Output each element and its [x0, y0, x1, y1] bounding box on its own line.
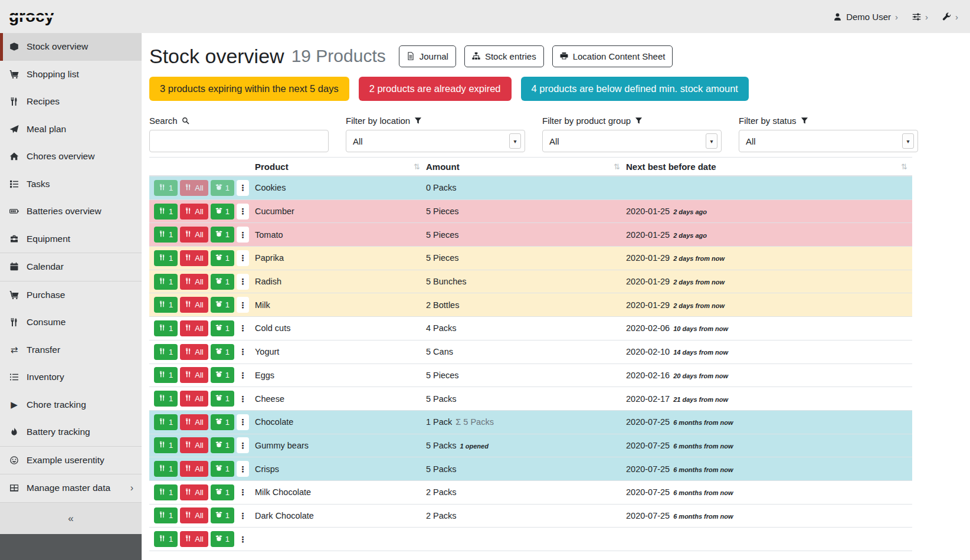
- consume-all-button[interactable]: All: [180, 204, 208, 220]
- product-column-header[interactable]: Product ⇅: [254, 158, 425, 175]
- sidebar-item-batteries-overview[interactable]: Batteries overview: [0, 198, 142, 225]
- open-one-button[interactable]: 1: [211, 227, 234, 243]
- consume-all-button[interactable]: All: [180, 391, 208, 407]
- consume-one-button[interactable]: 1: [154, 507, 178, 523]
- sidebar-item-purchase[interactable]: Purchase: [0, 281, 142, 309]
- consume-all-button[interactable]: All: [180, 414, 208, 430]
- row-menu-button[interactable]: ⋮: [237, 320, 249, 336]
- sort-icon[interactable]: ⇅: [901, 162, 907, 171]
- row-menu-button[interactable]: ⋮: [237, 227, 249, 243]
- consume-all-button[interactable]: All: [180, 250, 208, 266]
- collapse-sidebar-button[interactable]: «: [0, 502, 142, 534]
- sidebar-item-example-userentity[interactable]: Example userentity: [0, 447, 142, 474]
- sidebar-item-chores-overview[interactable]: Chores overview: [0, 143, 142, 171]
- open-one-button[interactable]: 1: [211, 531, 234, 547]
- sidebar-item-transfer[interactable]: ⇄Transfer: [0, 336, 142, 364]
- open-one-button[interactable]: 1: [211, 507, 234, 523]
- consume-all-button[interactable]: All: [180, 297, 208, 313]
- row-menu-button[interactable]: ⋮: [237, 461, 249, 477]
- consume-one-button[interactable]: 1: [154, 204, 178, 220]
- consume-all-button[interactable]: All: [180, 461, 208, 477]
- product-group-filter-select[interactable]: All ▾: [542, 130, 722, 152]
- sidebar-item-manage-master-data[interactable]: Manage master data›: [0, 474, 142, 502]
- sort-icon[interactable]: ⇅: [414, 162, 420, 171]
- consume-one-button[interactable]: 1: [154, 414, 178, 430]
- consume-all-button[interactable]: All: [180, 227, 208, 243]
- settings-menu[interactable]: ›: [912, 12, 928, 21]
- sidebar-item-calendar[interactable]: Calendar: [0, 253, 142, 281]
- row-menu-button[interactable]: ⋮: [237, 484, 249, 500]
- sidebar-item-consume[interactable]: Consume: [0, 309, 142, 336]
- consume-one-button[interactable]: 1: [154, 484, 178, 500]
- consume-one-button[interactable]: 1: [154, 531, 178, 547]
- consume-all-button[interactable]: All: [180, 531, 208, 547]
- open-one-button[interactable]: 1: [211, 391, 234, 407]
- row-menu-button[interactable]: ⋮: [237, 297, 249, 313]
- open-one-button[interactable]: 1: [211, 320, 234, 336]
- open-one-button[interactable]: 1: [211, 204, 234, 220]
- consume-one-button[interactable]: 1: [154, 391, 178, 407]
- open-one-button[interactable]: 1: [211, 461, 234, 477]
- open-one-button[interactable]: 1: [211, 344, 234, 360]
- open-one-button[interactable]: 1: [211, 437, 234, 453]
- sidebar-item-recipes[interactable]: Recipes: [0, 88, 142, 116]
- consume-all-button[interactable]: All: [180, 484, 208, 500]
- search-input[interactable]: [149, 130, 329, 152]
- date-column-header[interactable]: Next best before date ⇅: [625, 158, 912, 175]
- admin-menu[interactable]: ›: [942, 12, 958, 21]
- consume-one-button[interactable]: 1: [154, 437, 178, 453]
- sidebar-item-tasks[interactable]: Tasks: [0, 171, 142, 198]
- grocy-logo[interactable]: grocy: [9, 7, 54, 26]
- sidebar-item-meal-plan[interactable]: Meal plan: [0, 116, 142, 143]
- user-menu[interactable]: Demo User ›: [833, 12, 898, 22]
- consume-all-button[interactable]: All: [180, 367, 208, 383]
- app-root: grocy Demo User › › › Stock overviewShop…: [0, 0, 970, 560]
- consume-all-button[interactable]: All: [180, 437, 208, 453]
- below-min-stock-alert[interactable]: 4 products are below defined min. stock …: [521, 77, 749, 101]
- journal-button[interactable]: Journal: [399, 45, 456, 67]
- row-menu-button[interactable]: ⋮: [237, 344, 249, 360]
- sidebar-item-equipment[interactable]: Equipment: [0, 225, 142, 253]
- amount-column-header[interactable]: Amount ⇅: [425, 158, 625, 175]
- open-one-button[interactable]: 1: [211, 274, 234, 290]
- consume-one-button[interactable]: 1: [154, 297, 178, 313]
- open-one-button[interactable]: 1: [211, 484, 234, 500]
- row-menu-button[interactable]: ⋮: [237, 507, 249, 523]
- consume-one-button[interactable]: 1: [154, 367, 178, 383]
- consume-one-button[interactable]: 1: [154, 320, 178, 336]
- consume-all-button[interactable]: All: [180, 344, 208, 360]
- open-one-button[interactable]: 1: [211, 250, 234, 266]
- status-filter-select[interactable]: All ▾: [739, 130, 918, 152]
- sort-icon[interactable]: ⇅: [614, 162, 620, 171]
- sidebar-item-inventory[interactable]: Inventory: [0, 363, 142, 391]
- row-menu-button[interactable]: ⋮: [237, 414, 249, 430]
- row-menu-button[interactable]: ⋮: [237, 250, 249, 266]
- consume-one-button[interactable]: 1: [154, 250, 178, 266]
- open-one-button[interactable]: 1: [211, 414, 234, 430]
- open-one-button[interactable]: 1: [211, 297, 234, 313]
- row-menu-button[interactable]: ⋮: [237, 274, 249, 290]
- consume-all-button[interactable]: All: [180, 274, 208, 290]
- row-menu-button[interactable]: ⋮: [237, 531, 249, 547]
- sidebar-item-stock-overview[interactable]: Stock overview: [0, 33, 142, 61]
- row-menu-button[interactable]: ⋮: [237, 204, 249, 220]
- sidebar-item-battery-tracking[interactable]: Battery tracking: [0, 418, 142, 446]
- location-content-sheet-button[interactable]: Location Content Sheet: [552, 45, 673, 67]
- row-menu-button[interactable]: ⋮: [237, 391, 249, 407]
- consume-all-button[interactable]: All: [180, 320, 208, 336]
- row-menu-button[interactable]: ⋮: [237, 437, 249, 453]
- row-menu-button[interactable]: ⋮: [237, 180, 249, 196]
- expired-products-alert[interactable]: 2 products are already expired: [359, 77, 512, 101]
- location-filter-select[interactable]: All ▾: [346, 130, 525, 152]
- stock-entries-button[interactable]: Stock entries: [464, 45, 544, 67]
- sidebar-item-chore-tracking[interactable]: ▶Chore tracking: [0, 391, 142, 419]
- open-one-button[interactable]: 1: [211, 367, 234, 383]
- sidebar-item-shopping-list[interactable]: Shopping list: [0, 61, 142, 89]
- consume-one-button[interactable]: 1: [154, 461, 178, 477]
- consume-one-button[interactable]: 1: [154, 227, 178, 243]
- consume-one-button[interactable]: 1: [154, 274, 178, 290]
- consume-one-button[interactable]: 1: [154, 344, 178, 360]
- consume-all-button[interactable]: All: [180, 507, 208, 523]
- row-menu-button[interactable]: ⋮: [237, 367, 249, 383]
- expiring-products-alert[interactable]: 3 products expiring within the next 5 da…: [149, 77, 349, 101]
